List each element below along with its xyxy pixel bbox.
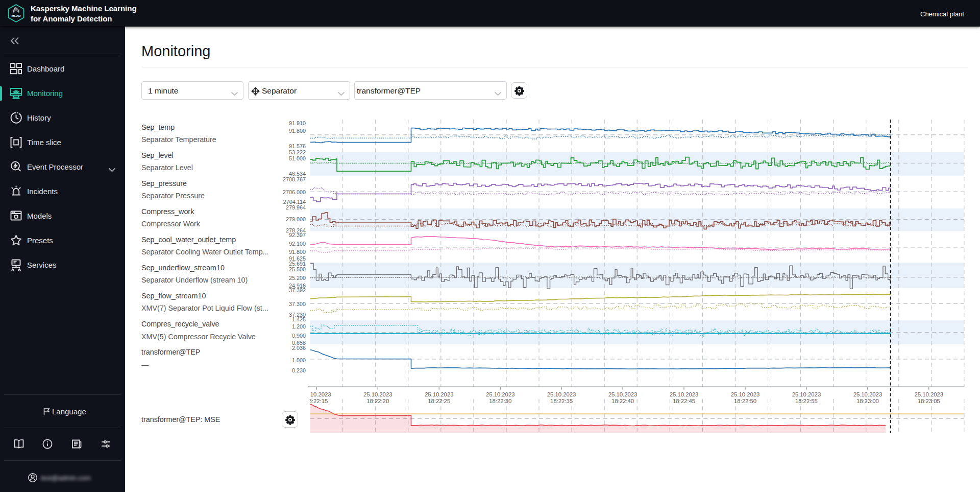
svg-text:MLAD: MLAD bbox=[12, 14, 21, 17]
